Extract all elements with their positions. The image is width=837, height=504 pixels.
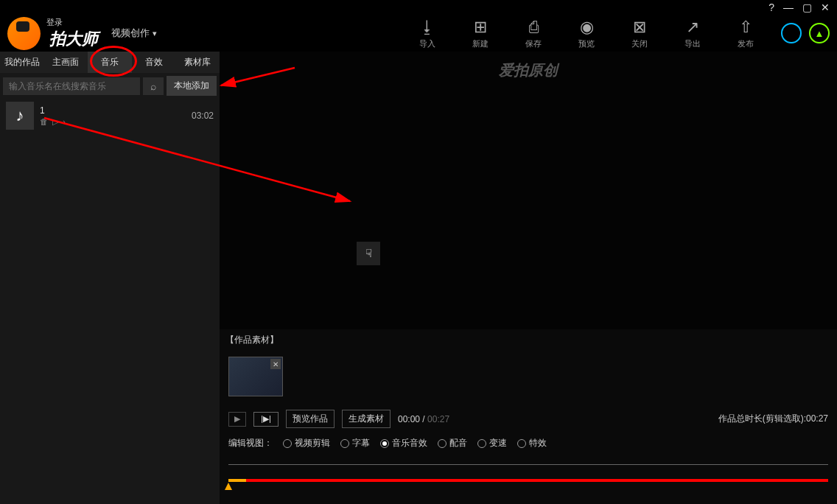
export-button[interactable]: ↗导出 [666, 18, 719, 49]
search-input[interactable] [3, 77, 140, 95]
time-display: 00:00 / 00:27 [398, 414, 449, 424]
publish-button[interactable]: ⇧发布 [719, 18, 772, 49]
music-note-icon: ♪ [6, 102, 34, 130]
help-button[interactable]: ? [768, 1, 774, 13]
android-button[interactable]: ▲ [809, 23, 830, 43]
app-name: 拍大师 [49, 28, 98, 50]
music-item[interactable]: ♪ 1 🗑 ▷ › 03:02 [0, 99, 220, 133]
export-icon: ↗ [686, 18, 699, 37]
preview-area[interactable]: 爱拍原创 ☟ [220, 52, 837, 329]
timeline-ruler [228, 464, 828, 472]
preview-button[interactable]: ◉预览 [560, 18, 613, 49]
radio-video-edit[interactable]: 视频剪辑 [283, 437, 330, 449]
radio-music-sfx[interactable]: 音乐音效 [380, 437, 427, 449]
timeline-cursor[interactable] [225, 483, 232, 493]
preview-work-button[interactable]: 预览作品 [286, 410, 335, 428]
tab-sfx[interactable]: 音效 [132, 52, 176, 73]
tab-my-works[interactable]: 我的作品 [0, 52, 44, 73]
preview-icon: ◉ [580, 18, 594, 37]
materials-label: 【作品素材】 [220, 329, 837, 351]
radio-speed[interactable]: 变速 [477, 437, 507, 449]
radio-dub[interactable]: 配音 [438, 437, 467, 449]
music-duration: 03:02 [192, 111, 214, 121]
generate-material-button[interactable]: 生成素材 [342, 410, 391, 428]
tab-library[interactable]: 素材库 [175, 52, 220, 73]
app-logo [7, 17, 41, 50]
close-icon: ⊠ [633, 18, 646, 37]
minimize-button[interactable]: — [783, 1, 794, 13]
import-icon: ⭳ [419, 18, 435, 37]
close-button[interactable]: ⊠关闭 [613, 18, 666, 49]
edit-view-label: 编辑视图： [228, 437, 273, 449]
local-add-button[interactable]: 本地添加 [167, 76, 217, 96]
play-icon[interactable]: ▷ [52, 117, 58, 127]
timeline-track[interactable] [228, 479, 828, 482]
save-icon: ⎙ [529, 18, 539, 37]
watermark: 爱拍原创 [499, 60, 558, 80]
play-button[interactable]: ▶ [228, 412, 246, 427]
material-thumbnail[interactable] [228, 357, 283, 396]
search-button[interactable]: ⌕ [143, 77, 164, 95]
import-button[interactable]: ⭳导入 [401, 18, 454, 49]
total-duration-label: 作品总时长(剪辑选取):00:27 [718, 413, 828, 425]
apple-button[interactable] [781, 23, 802, 43]
close-window-button[interactable]: ✕ [821, 1, 830, 13]
radio-subtitle[interactable]: 字幕 [340, 437, 370, 449]
new-button[interactable]: ⊞新建 [454, 18, 507, 49]
maximize-button[interactable]: ▢ [802, 1, 812, 13]
delete-icon[interactable]: 🗑 [40, 117, 48, 127]
publish-icon: ⇧ [739, 18, 752, 37]
save-button[interactable]: ⎙保存 [507, 18, 560, 49]
drop-cursor-icon: ☟ [357, 242, 380, 265]
next-icon[interactable]: › [63, 117, 66, 127]
login-link[interactable]: 登录 [46, 17, 98, 28]
mode-dropdown[interactable]: 视频创作 [111, 27, 157, 40]
music-title: 1 [40, 105, 186, 116]
radio-fx[interactable]: 特效 [517, 437, 547, 449]
tab-music[interactable]: 音乐 [88, 52, 132, 73]
new-icon: ⊞ [474, 18, 487, 37]
tab-main-screen[interactable]: 主画面 [44, 52, 88, 73]
step-button[interactable]: |▶| [253, 412, 279, 427]
timeline[interactable] [228, 464, 828, 494]
